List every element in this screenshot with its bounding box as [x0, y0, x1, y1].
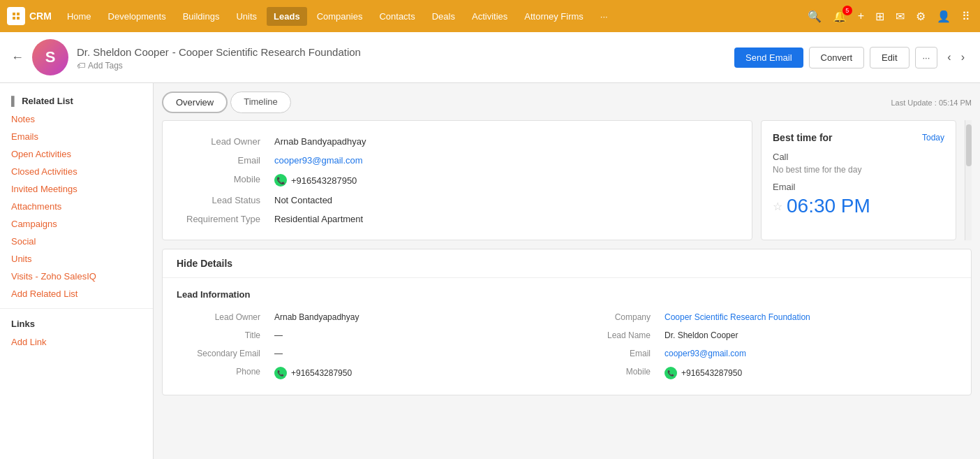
details-right-column: Company Cooper Scientific Research Found…: [567, 308, 957, 384]
detail-mobile-row: Mobile 📞 +916543287950: [567, 363, 957, 384]
last-update-text: Last Update : 05:14 PM: [891, 99, 972, 107]
nav-contacts[interactable]: Contacts: [372, 7, 422, 26]
detail-lead-owner-value: Arnab Bandyapadhyay: [274, 312, 567, 322]
whatsapp-icon: 📞: [274, 174, 287, 187]
nav-home[interactable]: Home: [60, 7, 98, 26]
sidebar-item-campaigns[interactable]: Campaigns: [0, 215, 153, 233]
nav-leads[interactable]: Leads: [267, 7, 307, 26]
nav-buildings[interactable]: Buildings: [176, 7, 227, 26]
detail-lead-name-row: Lead Name Dr. Sheldon Cooper: [567, 326, 957, 344]
notification-icon[interactable]: 🔔 5: [830, 7, 849, 26]
today-link[interactable]: Today: [922, 133, 944, 143]
lead-status-row: Lead Status Not Contacted: [177, 191, 738, 210]
email-value[interactable]: cooper93@gmail.com: [274, 155, 363, 166]
email-row: Email cooper93@gmail.com: [177, 151, 738, 170]
avatar: S: [32, 39, 68, 75]
detail-secondary-email-label: Secondary Email: [177, 349, 274, 358]
sidebar-item-notes[interactable]: Notes: [0, 110, 153, 128]
crm-logo[interactable]: CRM: [7, 7, 52, 25]
content-area: Overview Timeline Last Update : 05:14 PM…: [154, 83, 980, 459]
details-card: Hide Details Lead Information Lead Owner…: [162, 249, 972, 395]
nav-more[interactable]: ···: [593, 7, 615, 26]
detail-lead-owner-row: Lead Owner Arnab Bandyapadhyay: [177, 308, 567, 326]
sidebar-item-invited-meetings[interactable]: Invited Meetings: [0, 180, 153, 198]
grid-icon[interactable]: ⊞: [873, 7, 887, 26]
add-icon[interactable]: +: [855, 7, 867, 25]
content-scrollbar[interactable]: [965, 120, 972, 240]
sidebar-item-social[interactable]: Social: [0, 233, 153, 250]
user-icon[interactable]: 👤: [934, 7, 953, 26]
email-best-label: Email: [773, 182, 944, 192]
send-email-button[interactable]: Send Email: [734, 48, 803, 68]
lead-status-label: Lead Status: [177, 195, 274, 205]
sidebar-item-add-related[interactable]: Add Related List: [0, 285, 153, 303]
related-list-icon: ▌: [11, 96, 17, 106]
detail-phone-value: 📞 +916543287950: [274, 367, 567, 379]
best-time-title: Best time for: [773, 132, 833, 143]
detail-email-row: Email cooper93@gmail.com: [567, 344, 957, 363]
details-body: Lead Information Lead Owner Arnab Bandya…: [163, 278, 971, 395]
logo-text: CRM: [29, 10, 52, 22]
sidebar-item-units[interactable]: Units: [0, 250, 153, 268]
call-label: Call: [773, 152, 944, 162]
sidebar-item-emails[interactable]: Emails: [0, 128, 153, 145]
detail-title-row: Title —: [177, 326, 567, 344]
details-grid: Lead Owner Arnab Bandyapadhyay Title — S…: [177, 308, 957, 384]
edit-button[interactable]: Edit: [870, 47, 909, 68]
detail-company-label: Company: [567, 312, 665, 322]
requirement-type-value: Residential Apartment: [274, 214, 363, 224]
lead-owner-row: Lead Owner Arnab Bandyapadhyay: [177, 132, 738, 151]
apps-icon[interactable]: ⠿: [959, 7, 973, 26]
logo-icon: [7, 7, 25, 25]
sidebar-add-link[interactable]: Add Link: [0, 333, 153, 351]
call-section: Call No best time for the day: [773, 152, 944, 175]
nav-developments[interactable]: Developments: [101, 7, 173, 26]
add-tags-button[interactable]: 🏷 Add Tags: [77, 61, 726, 71]
record-header: ← S Dr. Sheldon Cooper - Cooper Scientif…: [0, 32, 980, 83]
detail-title-label: Title: [177, 330, 274, 340]
detail-mobile-value: 📞 +916543287950: [665, 367, 957, 379]
record-name: Dr. Sheldon Cooper - Cooper Scientific R…: [77, 45, 726, 59]
sidebar-item-closed-activities[interactable]: Closed Activities: [0, 163, 153, 180]
lead-owner-value: Arnab Bandyapadhyay: [274, 136, 366, 147]
detail-secondary-email-value: —: [274, 349, 567, 358]
email-icon[interactable]: ✉: [893, 7, 907, 26]
hide-details-button[interactable]: Hide Details: [163, 249, 971, 278]
header-info: Dr. Sheldon Cooper - Cooper Scientific R…: [77, 45, 726, 71]
mobile-row: Mobile 📞 +916543287950: [177, 170, 738, 191]
detail-company-value[interactable]: Cooper Scientific Research Foundation: [665, 312, 957, 322]
convert-button[interactable]: Convert: [809, 47, 865, 68]
record-nav-arrows: ‹ ›: [943, 48, 969, 66]
mobile-value: 📞 +916543287950: [274, 174, 357, 187]
email-time-value: 06:30 PM: [787, 195, 870, 217]
nav-companies[interactable]: Companies: [310, 7, 370, 26]
back-button[interactable]: ←: [11, 50, 24, 65]
next-record-button[interactable]: ›: [957, 48, 969, 66]
tab-overview[interactable]: Overview: [162, 92, 228, 113]
search-icon[interactable]: 🔍: [805, 7, 824, 26]
best-time-header: Best time for Today: [773, 132, 944, 143]
notification-badge: 5: [842, 6, 852, 15]
nav-attorney-firms[interactable]: Attorney Firms: [517, 7, 591, 26]
tabs-row: Overview Timeline Last Update : 05:14 PM: [162, 92, 972, 113]
sidebar-item-attachments[interactable]: Attachments: [0, 198, 153, 215]
details-left-column: Lead Owner Arnab Bandyapadhyay Title — S…: [177, 308, 567, 384]
call-no-time: No best time for the day: [773, 165, 944, 175]
prev-record-button[interactable]: ‹: [943, 48, 955, 66]
lead-status-value: Not Contacted: [274, 195, 332, 205]
nav-activities[interactable]: Activities: [465, 7, 514, 26]
detail-lead-name-value: Dr. Sheldon Cooper: [665, 330, 957, 340]
sidebar-divider: [0, 308, 153, 309]
nav-units[interactable]: Units: [229, 7, 264, 26]
settings-icon[interactable]: ⚙: [913, 7, 928, 26]
requirement-type-row: Requirement Type Residential Apartment: [177, 210, 738, 228]
sidebar-item-open-activities[interactable]: Open Activities: [0, 145, 153, 163]
sidebar-item-visits[interactable]: Visits - Zoho SalesIQ: [0, 268, 153, 285]
nav-deals[interactable]: Deals: [425, 7, 462, 26]
detail-email-value[interactable]: cooper93@gmail.com: [665, 349, 957, 358]
more-actions-button[interactable]: ···: [915, 47, 938, 68]
requirement-type-label: Requirement Type: [177, 214, 274, 224]
tab-timeline[interactable]: Timeline: [230, 92, 291, 113]
phone-whatsapp-icon: 📞: [274, 367, 287, 379]
overview-row: Lead Owner Arnab Bandyapadhyay Email coo…: [162, 120, 972, 240]
